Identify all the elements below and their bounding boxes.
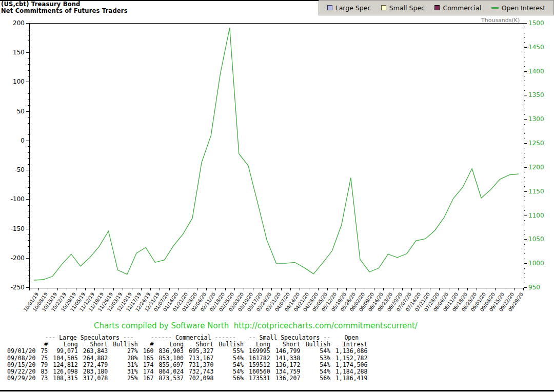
legend-item-open-interest: Open Interest xyxy=(491,4,546,12)
axis-tick xyxy=(477,288,477,290)
axis-tick xyxy=(26,52,29,53)
axis-tick xyxy=(458,288,459,290)
table-cell: 99,071 xyxy=(48,348,77,355)
axis-tick xyxy=(28,270,29,270)
legend-label: Small Spec xyxy=(389,4,425,12)
left-axis-label: -250 xyxy=(4,284,25,291)
axis-tick xyxy=(524,23,527,24)
left-axis-label: 0 xyxy=(4,137,25,144)
legend-square-swatch xyxy=(381,5,386,10)
axis-tick xyxy=(28,158,29,159)
table-cell: 695,327 xyxy=(184,348,213,355)
axis-tick xyxy=(524,186,525,187)
left-axis-label: -100 xyxy=(4,195,25,203)
axis-tick xyxy=(524,268,525,269)
table-cell: 173531 xyxy=(244,375,270,382)
axis-tick xyxy=(290,288,291,290)
legend-label: Commercial xyxy=(443,4,481,12)
axis-tick xyxy=(28,41,29,41)
axis-tick xyxy=(421,288,421,290)
axis-tick xyxy=(524,81,525,81)
axis-tick xyxy=(28,100,29,100)
left-axis-label: -50 xyxy=(4,166,25,173)
title-line1: (US,cbt) Treasury Bond xyxy=(1,1,81,8)
axis-tick xyxy=(141,288,142,290)
table-cell: 141,338 xyxy=(270,355,301,362)
table-cell: 28% xyxy=(108,355,137,362)
axis-tick xyxy=(402,288,403,290)
axis-tick xyxy=(524,143,527,144)
axis-tick xyxy=(28,105,29,106)
table-cell: 104,505 xyxy=(48,355,77,362)
axis-tick xyxy=(514,288,515,290)
axis-tick xyxy=(524,239,527,240)
axis-tick xyxy=(169,288,170,290)
axis-tick xyxy=(26,229,29,229)
axis-tick xyxy=(28,58,29,59)
axis-tick xyxy=(327,288,328,290)
axis-tick xyxy=(26,82,29,82)
axis-tick xyxy=(524,167,527,168)
table-cell: 873,537 xyxy=(153,375,183,382)
legend-label: Large Spec xyxy=(335,4,371,12)
axis-tick xyxy=(383,288,384,290)
right-axis-label: 1500 xyxy=(528,19,551,27)
table-cell: 836,903 xyxy=(153,348,183,355)
axis-tick xyxy=(28,164,29,165)
legend-item-commercial: Commercial xyxy=(434,4,481,12)
axis-tick xyxy=(524,244,525,245)
axis-tick xyxy=(524,287,527,288)
legend-label: Open Interest xyxy=(502,4,546,12)
axis-tick xyxy=(28,217,29,218)
left-axis-label: -200 xyxy=(4,254,25,262)
table-cell: 1,136,086 xyxy=(330,348,367,355)
axis-tick xyxy=(28,47,29,47)
axis-tick xyxy=(346,288,347,290)
axis-tick xyxy=(29,288,30,290)
table-cell: 1,186,419 xyxy=(330,375,367,382)
table-cell: 55% xyxy=(213,348,243,355)
axis-tick xyxy=(57,288,58,290)
axis-tick xyxy=(374,288,374,290)
table-cell: 1,152,782 xyxy=(330,355,367,362)
axis-tick xyxy=(26,23,29,24)
table-cell: 169995 xyxy=(244,348,270,355)
axis-tick xyxy=(524,129,525,129)
chart-title: (US,cbt) Treasury BondNet Commitments of… xyxy=(1,1,128,14)
axis-tick xyxy=(28,205,29,206)
axis-tick xyxy=(524,28,525,28)
bottom-border-line xyxy=(0,390,554,391)
axis-tick xyxy=(215,288,216,290)
axis-tick xyxy=(26,199,29,200)
axis-tick xyxy=(28,234,29,235)
right-axis-label: 950 xyxy=(528,284,551,291)
axis-tick xyxy=(467,288,468,290)
axis-tick xyxy=(524,37,525,38)
axis-tick xyxy=(524,278,525,278)
table-cell: 53% xyxy=(300,355,330,362)
table-cell: 108,315 xyxy=(48,375,77,382)
right-axis-label: 1150 xyxy=(528,188,551,195)
axis-tick xyxy=(355,288,356,290)
table-cell: 160 xyxy=(138,348,154,355)
compiled-by-text: Charts compiled by Software North http:/… xyxy=(94,321,418,330)
axis-tick xyxy=(94,288,95,290)
table-cell: 25% xyxy=(108,375,137,382)
table-cell: 136,207 xyxy=(270,375,301,382)
left-axis-label: -150 xyxy=(4,225,25,232)
axis-tick xyxy=(337,288,338,290)
axis-tick xyxy=(85,288,86,290)
axis-tick xyxy=(28,282,29,282)
axis-tick xyxy=(524,95,527,95)
axis-tick xyxy=(26,258,29,259)
right-axis-label: 1100 xyxy=(528,212,551,219)
axis-tick xyxy=(524,253,525,254)
axis-tick xyxy=(234,288,235,290)
legend-line-swatch xyxy=(491,7,499,9)
open-interest-line xyxy=(29,23,523,287)
table-cell: 73 xyxy=(35,375,48,382)
right-axis-label: 1050 xyxy=(528,236,551,243)
right-axis-label: 1200 xyxy=(528,164,551,171)
axis-tick xyxy=(524,172,525,172)
table-cell: 702,098 xyxy=(184,375,213,382)
